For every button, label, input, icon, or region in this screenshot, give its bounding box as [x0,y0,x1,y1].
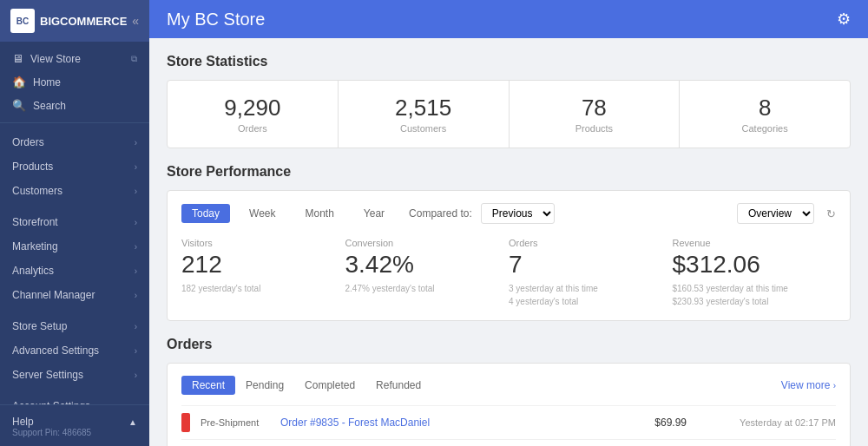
performance-box: Today Week Month Year Compared to: Previ… [167,190,851,321]
tab-refunded[interactable]: Refunded [365,376,431,395]
metric-orders: Orders 7 3 yesterday at this time 4 yest… [509,238,673,308]
sidebar-item-view-store[interactable]: 🖥 View Store ⧉ [0,47,149,70]
metric-revenue-sub: $160.53 yesterday at this time $230.93 y… [673,282,819,308]
metric-visitors-label: Visitors [181,238,328,248]
sidebar-top-nav: 🖥 View Store ⧉ 🏠 Home 🔍 Search [0,42,149,123]
performance-metrics: Visitors 212 182 yesterday's total Conve… [181,238,836,308]
sidebar-item-orders[interactable]: Orders › [0,130,149,154]
sidebar-item-account-settings[interactable]: Account Settings › [0,394,149,404]
performance-controls: Today Week Month Year Compared to: Previ… [181,203,836,224]
sidebar-item-home-label: Home [33,76,61,89]
page-title: My BC Store [167,10,265,30]
stats-row: 9,290 Orders 2,515 Customers 78 Products… [167,80,851,148]
bc-logo-text: BIGCOMMERCE [40,15,127,28]
stat-customers: 2,515 Customers [339,81,510,148]
top-bar: My BC Store ⚙ [149,0,868,38]
table-row: Pre-Shipment Order #9835 - Forest MacDan… [181,405,836,439]
sidebar-item-advanced-settings[interactable]: Advanced Settings › [0,338,149,363]
sidebar-item-marketing[interactable]: Marketing › [0,234,149,259]
sidebar-item-orders-label: Orders [12,136,44,148]
home-icon: 🏠 [12,75,26,89]
chevron-right-icon: › [135,138,137,148]
stat-orders-label: Orders [181,123,324,134]
overview-select[interactable]: Overview [737,203,814,224]
metric-revenue: Revenue $312.06 $160.53 yesterday at thi… [673,238,837,308]
order-date: Yesterday at 02:17 PM [697,417,836,428]
metric-conversion-value: 3.42% [345,252,492,279]
nav-section-settings: Store Setup › Advanced Settings › Server… [0,314,149,387]
settings-gear-button[interactable]: ⚙ [837,10,851,29]
orders-box: Recent Pending Completed Refunded View m… [167,363,851,446]
order-status-indicator [181,413,190,432]
sidebar-item-products[interactable]: Products › [0,154,149,179]
view-more-link[interactable]: View more › [781,379,836,391]
metric-orders-label: Orders [509,238,655,248]
orders-section: Orders Recent Pending Completed Refunded… [167,337,851,446]
chevron-right-icon: › [135,218,137,227]
order-link[interactable]: Order #9835 - Forest MacDaniel [280,416,624,429]
tab-today[interactable]: Today [181,204,230,223]
stat-customers-value: 2,515 [352,95,495,121]
compared-to-label: Compared to: [409,207,472,220]
help-section: Help ▲ Support Pin: 486685 [0,410,149,441]
help-label: Help [12,416,34,428]
sidebar-item-advanced-settings-label: Advanced Settings [12,344,99,357]
nav-section-main: Orders › Products › Customers › [0,130,149,203]
sidebar-item-server-settings-label: Server Settings [12,369,83,381]
stat-categories-label: Categories [694,123,836,134]
chevron-right-icon: › [135,371,137,380]
sidebar-item-view-store-label: View Store [30,53,81,65]
tab-pending[interactable]: Pending [235,376,294,395]
metric-conversion-label: Conversion [345,238,492,248]
tab-recent[interactable]: Recent [181,376,235,395]
refresh-button[interactable]: ↻ [826,207,836,220]
chevron-right-icon: › [135,187,137,196]
metric-orders-sub: 3 yesterday at this time 4 yesterday's t… [509,282,655,308]
sidebar-item-search-label: Search [33,100,66,112]
chevron-right-icon: › [135,291,137,300]
nav-section-account: Account Settings › Change Store ↗ Log Ou… [0,394,149,404]
sidebar-item-home[interactable]: 🏠 Home [0,70,149,94]
sidebar-item-customers[interactable]: Customers › [0,179,149,203]
sidebar-item-products-label: Products [12,161,53,173]
chevron-right-icon: › [135,162,137,172]
sidebar-collapse-button[interactable]: « [132,14,139,28]
tab-year[interactable]: Year [353,204,395,223]
sidebar-item-channel-manager[interactable]: Channel Manager › [0,283,149,307]
sidebar-item-search[interactable]: 🔍 Search [0,94,149,117]
chevron-right-icon: › [135,346,137,356]
sidebar-item-storefront[interactable]: Storefront › [0,210,149,234]
sidebar-item-analytics-label: Analytics [12,265,54,277]
tab-month[interactable]: Month [295,204,345,223]
stat-orders-value: 9,290 [181,95,324,121]
stat-products: 78 Products [510,81,681,148]
stat-customers-label: Customers [352,123,495,134]
sidebar-item-storefront-label: Storefront [12,216,58,228]
view-more-chevron-icon: › [833,381,836,390]
sidebar-footer: Help ▲ Support Pin: 486685 [0,404,149,446]
store-performance-title: Store Performance [167,164,851,180]
sidebar-nav: Orders › Products › Customers › Storefro… [0,123,149,404]
metric-revenue-value: $312.06 [673,252,819,279]
external-link-icon: ⧉ [131,54,137,64]
order-status-label: Pre-Shipment [201,417,270,428]
tab-week[interactable]: Week [239,204,286,223]
stat-products-label: Products [523,123,666,134]
metric-conversion-sub: 2.47% yesterday's total [345,282,492,295]
sidebar-item-analytics[interactable]: Analytics › [0,259,149,283]
stat-products-value: 78 [523,95,666,121]
orders-title: Orders [167,337,851,352]
main-content: My BC Store ⚙ Store Statistics 9,290 Ord… [149,0,868,446]
tab-completed[interactable]: Completed [294,376,365,395]
chevron-right-icon: › [135,242,137,252]
help-toggle-icon[interactable]: ▲ [128,417,137,427]
store-statistics-title: Store Statistics [167,54,851,69]
sidebar-item-store-setup[interactable]: Store Setup › [0,314,149,338]
sidebar-item-server-settings[interactable]: Server Settings › [0,363,149,387]
chevron-right-icon: › [135,266,137,276]
compared-select[interactable]: Previous [481,203,555,224]
search-icon: 🔍 [12,99,26,112]
bc-logo: BC BIGCOMMERCE [10,9,127,33]
sidebar: BC BIGCOMMERCE « 🖥 View Store ⧉ 🏠 Home 🔍… [0,0,149,446]
order-amount: $69.99 [635,416,687,429]
